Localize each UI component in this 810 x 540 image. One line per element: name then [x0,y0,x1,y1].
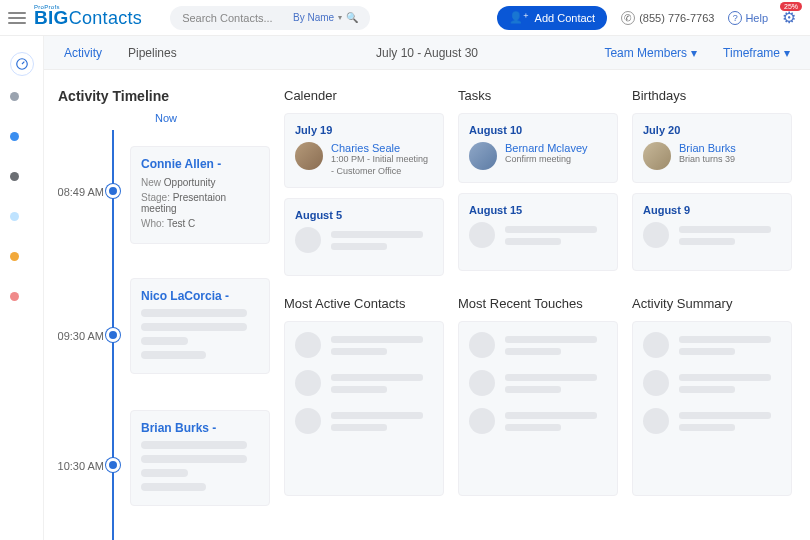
person-plus-icon: 👤⁺ [509,11,529,24]
timeline-card-name: Nico LaCorcia - [141,289,259,303]
search-icon[interactable]: 🔍 [346,12,358,23]
gear-icon: ⚙ [782,9,796,26]
task-card[interactable]: August 10 Bernard MclaveyConfirm meeting [458,113,618,183]
help-icon: ? [728,11,742,25]
logo-thin: Contacts [69,8,142,28]
person-name[interactable]: Bernard Mclavey [505,142,588,154]
card-desc: 1:00 PM - Initial meeting - Customer Off… [331,154,433,177]
section-title: Tasks [458,88,618,103]
left-rail [0,36,44,540]
settings-button[interactable]: ⚙ 25% [782,8,796,27]
settings-badge: 25% [780,2,802,11]
phone-link[interactable]: ✆ (855) 776-7763 [621,11,714,25]
card-date: August 9 [643,204,781,216]
top-bar: ProProfs BIGContacts Search Contacts... … [0,0,810,36]
main: Activity Pipelines July 10 - August 30 T… [44,36,810,540]
tab-pipelines[interactable]: Pipelines [128,46,177,60]
content: Activity Timeline Now 08:49 AM Connie Al… [44,70,810,540]
section-title: Most Recent Touches [458,296,618,311]
section-title: Most Active Contacts [284,296,444,311]
card-date: August 5 [295,209,433,221]
timeline-column: Activity Timeline Now 08:49 AM Connie Al… [44,70,274,540]
tab-activity[interactable]: Activity [64,46,102,60]
most-recent-section: Most Recent Touches [458,296,618,506]
add-contact-label: Add Contact [535,12,596,24]
calendar-card[interactable]: July 19 Charies Seale1:00 PM - Initial m… [284,113,444,188]
hamburger-menu-icon[interactable] [8,12,26,24]
gauge-icon [15,57,29,71]
placeholder-card [458,321,618,496]
add-contact-button[interactable]: 👤⁺ Add Contact [497,6,608,30]
rail-item-5[interactable] [10,252,34,276]
logo-small: ProProfs [34,4,60,10]
card-date: August 15 [469,204,607,216]
birthday-card[interactable]: August 9 [632,193,792,271]
timeline-card[interactable]: Nico LaCorcia - [130,278,270,374]
timeline-wrap: 08:49 AM Connie Allen - New Opportunity … [58,130,274,540]
date-range: July 10 - August 30 [376,46,478,60]
activity-summary-section: Activity Summary [632,296,792,506]
phone-icon: ✆ [621,11,635,25]
rail-item-2[interactable] [10,132,34,156]
now-label: Now [58,112,274,124]
chevron-down-icon: ▾ [784,46,790,60]
team-members-filter[interactable]: Team Members▾ [604,46,697,60]
birthday-card[interactable]: July 20 Brian BurksBrian turns 39 [632,113,792,183]
search-filter[interactable]: By Name [293,12,334,23]
calendar-card[interactable]: August 5 [284,198,444,276]
card-desc: Confirm meeting [505,154,588,166]
person-name[interactable]: Charies Seale [331,142,433,154]
most-active-section: Most Active Contacts [284,296,444,506]
timeline-node [106,458,120,472]
chevron-down-icon: ▾ [691,46,697,60]
section-title: Activity Summary [632,296,792,311]
cards-area: Calender July 19 Charies Seale1:00 PM - … [274,70,810,540]
rail-item-4[interactable] [10,212,34,236]
timeline-card[interactable]: Connie Allen - New Opportunity Stage: Pr… [130,146,270,244]
card-desc: Brian turns 39 [679,154,736,166]
avatar [469,142,497,170]
card-date: July 20 [643,124,781,136]
avatar [295,142,323,170]
timeline-time: 10:30 AM [58,460,104,472]
logo[interactable]: ProProfs BIGContacts [34,7,142,29]
timeline-node [106,184,120,198]
phone-number: (855) 776-7763 [639,12,714,24]
calendar-section: Calender July 19 Charies Seale1:00 PM - … [284,88,444,286]
timeline-card-name: Brian Burks - [141,421,259,435]
search-input[interactable]: Search Contacts... By Name ▾ 🔍 [170,6,370,30]
help-label: Help [745,12,768,24]
rail-item-3[interactable] [10,172,34,196]
avatar [643,142,671,170]
section-title: Birthdays [632,88,792,103]
card-date: July 19 [295,124,433,136]
placeholder-card [284,321,444,496]
birthdays-section: Birthdays July 20 Brian BurksBrian turns… [632,88,792,286]
timeline-time: 09:30 AM [58,330,104,342]
logo-big: BIG [34,7,69,28]
top-right: 👤⁺ Add Contact ✆ (855) 776-7763 ? Help ⚙… [497,6,810,30]
tabs-bar: Activity Pipelines July 10 - August 30 T… [44,36,810,70]
timeline-card[interactable]: Brian Burks - [130,410,270,506]
rail-item-1[interactable] [10,92,34,116]
card-date: August 10 [469,124,607,136]
tasks-section: Tasks August 10 Bernard MclaveyConfirm m… [458,88,618,286]
timeframe-filter[interactable]: Timeframe▾ [723,46,790,60]
search-placeholder: Search Contacts... [182,12,273,24]
section-title: Calender [284,88,444,103]
placeholder-card [632,321,792,496]
chevron-down-icon: ▾ [338,13,342,22]
help-link[interactable]: ? Help [728,11,768,25]
rail-dashboard[interactable] [10,52,34,76]
task-card[interactable]: August 15 [458,193,618,271]
timeline-time: 08:49 AM [58,186,104,198]
rail-item-6[interactable] [10,292,34,316]
timeline-card-name: Connie Allen - [141,157,259,171]
person-name[interactable]: Brian Burks [679,142,736,154]
timeline-title: Activity Timeline [58,88,274,104]
timeline-node [106,328,120,342]
